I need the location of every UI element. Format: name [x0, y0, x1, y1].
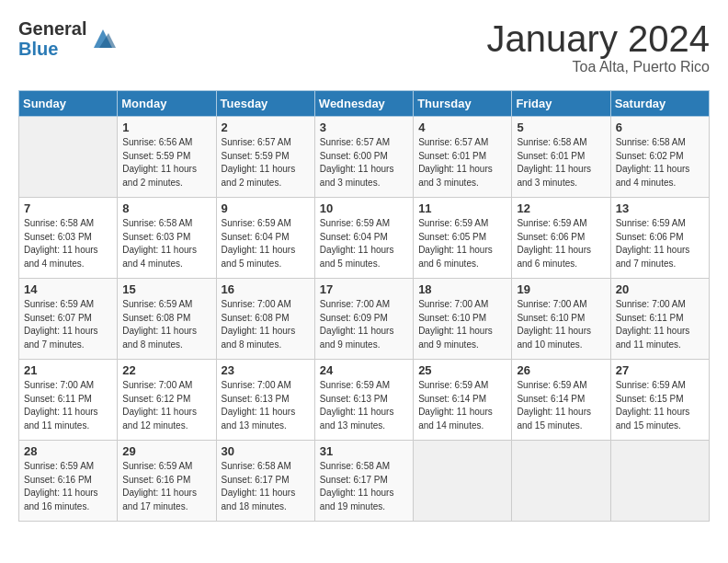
calendar-week-row: 14Sunrise: 6:59 AMSunset: 6:07 PMDayligh…	[19, 279, 710, 360]
day-number: 17	[320, 282, 408, 296]
calendar-cell: 31Sunrise: 6:58 AMSunset: 6:17 PMDayligh…	[314, 441, 413, 522]
day-info: Sunrise: 6:59 AMSunset: 6:04 PMDaylight:…	[320, 217, 408, 270]
day-info: Sunrise: 7:00 AMSunset: 6:13 PMDaylight:…	[222, 379, 310, 432]
calendar-cell	[610, 441, 709, 522]
day-info: Sunrise: 7:00 AMSunset: 6:08 PMDaylight:…	[222, 298, 310, 351]
logo-general-text: General	[18, 18, 86, 39]
calendar-cell: 4Sunrise: 6:57 AMSunset: 6:01 PMDaylight…	[414, 117, 512, 198]
day-info: Sunrise: 6:59 AMSunset: 6:07 PMDaylight:…	[24, 298, 112, 351]
day-of-week-header: Friday	[512, 91, 610, 117]
day-number: 29	[122, 444, 210, 458]
day-info: Sunrise: 6:59 AMSunset: 6:14 PMDaylight:…	[418, 379, 506, 432]
day-number: 16	[222, 282, 310, 296]
day-number: 27	[616, 363, 704, 377]
day-info: Sunrise: 6:58 AMSunset: 6:01 PMDaylight:…	[517, 136, 605, 190]
calendar-cell: 21Sunrise: 7:00 AMSunset: 6:11 PMDayligh…	[19, 360, 118, 441]
calendar-cell: 9Sunrise: 6:59 AMSunset: 6:04 PMDaylight…	[216, 198, 314, 279]
calendar-cell	[19, 117, 118, 198]
day-info: Sunrise: 6:58 AMSunset: 6:03 PMDaylight:…	[122, 217, 210, 270]
day-info: Sunrise: 7:00 AMSunset: 6:12 PMDaylight:…	[122, 379, 210, 432]
calendar-cell: 26Sunrise: 6:59 AMSunset: 6:14 PMDayligh…	[512, 360, 610, 441]
calendar-cell: 28Sunrise: 6:59 AMSunset: 6:16 PMDayligh…	[19, 441, 118, 522]
calendar-cell: 15Sunrise: 6:59 AMSunset: 6:08 PMDayligh…	[118, 279, 216, 360]
calendar-cell: 6Sunrise: 6:58 AMSunset: 6:02 PMDaylight…	[610, 117, 709, 198]
day-number: 18	[418, 282, 506, 296]
calendar-body: 1Sunrise: 6:56 AMSunset: 5:59 PMDaylight…	[19, 117, 710, 522]
calendar-cell: 22Sunrise: 7:00 AMSunset: 6:12 PMDayligh…	[118, 360, 216, 441]
day-info: Sunrise: 7:00 AMSunset: 6:10 PMDaylight:…	[418, 298, 506, 351]
day-number: 7	[24, 201, 112, 215]
calendar-cell: 30Sunrise: 6:58 AMSunset: 6:17 PMDayligh…	[216, 441, 314, 522]
day-info: Sunrise: 6:57 AMSunset: 6:01 PMDaylight:…	[418, 136, 506, 190]
day-info: Sunrise: 6:58 AMSunset: 6:17 PMDaylight:…	[320, 460, 408, 513]
calendar-week-row: 28Sunrise: 6:59 AMSunset: 6:16 PMDayligh…	[19, 441, 710, 522]
calendar-cell: 7Sunrise: 6:58 AMSunset: 6:03 PMDaylight…	[19, 198, 118, 279]
page-header: General Blue January 2024 Toa Alta, Puer…	[18, 18, 710, 75]
day-of-week-header: Monday	[118, 91, 216, 117]
title-block: January 2024 Toa Alta, Puerto Rico	[487, 18, 710, 75]
calendar-cell: 18Sunrise: 7:00 AMSunset: 6:10 PMDayligh…	[414, 279, 512, 360]
day-of-week-header: Saturday	[610, 91, 709, 117]
day-info: Sunrise: 7:00 AMSunset: 6:10 PMDaylight:…	[517, 298, 605, 351]
logo: General Blue	[18, 18, 116, 59]
day-info: Sunrise: 7:00 AMSunset: 6:11 PMDaylight:…	[24, 379, 112, 432]
day-info: Sunrise: 6:59 AMSunset: 6:05 PMDaylight:…	[418, 217, 506, 270]
calendar-cell: 23Sunrise: 7:00 AMSunset: 6:13 PMDayligh…	[216, 360, 314, 441]
day-number: 31	[320, 444, 408, 458]
calendar-header: SundayMondayTuesdayWednesdayThursdayFrid…	[19, 91, 710, 117]
day-info: Sunrise: 6:59 AMSunset: 6:13 PMDaylight:…	[320, 379, 408, 432]
day-number: 1	[122, 121, 210, 134]
calendar-cell: 8Sunrise: 6:58 AMSunset: 6:03 PMDaylight…	[118, 198, 216, 279]
calendar-cell: 19Sunrise: 7:00 AMSunset: 6:10 PMDayligh…	[512, 279, 610, 360]
days-of-week-row: SundayMondayTuesdayWednesdayThursdayFrid…	[19, 91, 710, 117]
day-info: Sunrise: 6:59 AMSunset: 6:06 PMDaylight:…	[616, 217, 704, 270]
calendar-cell: 12Sunrise: 6:59 AMSunset: 6:06 PMDayligh…	[512, 198, 610, 279]
day-of-week-header: Thursday	[414, 91, 512, 117]
day-number: 8	[122, 201, 210, 215]
logo-icon	[90, 26, 116, 52]
calendar-cell: 24Sunrise: 6:59 AMSunset: 6:13 PMDayligh…	[314, 360, 413, 441]
day-info: Sunrise: 6:59 AMSunset: 6:06 PMDaylight:…	[517, 217, 605, 270]
day-number: 3	[320, 121, 408, 134]
day-number: 23	[222, 363, 310, 377]
day-number: 12	[517, 201, 605, 215]
day-number: 9	[222, 201, 310, 215]
day-info: Sunrise: 6:59 AMSunset: 6:16 PMDaylight:…	[24, 460, 112, 513]
calendar-cell: 16Sunrise: 7:00 AMSunset: 6:08 PMDayligh…	[216, 279, 314, 360]
day-number: 6	[616, 121, 704, 134]
calendar-cell: 3Sunrise: 6:57 AMSunset: 6:00 PMDaylight…	[314, 117, 413, 198]
day-of-week-header: Tuesday	[216, 91, 314, 117]
day-info: Sunrise: 6:59 AMSunset: 6:08 PMDaylight:…	[122, 298, 210, 351]
calendar-cell: 27Sunrise: 6:59 AMSunset: 6:15 PMDayligh…	[610, 360, 709, 441]
calendar-cell: 5Sunrise: 6:58 AMSunset: 6:01 PMDaylight…	[512, 117, 610, 198]
calendar-cell: 1Sunrise: 6:56 AMSunset: 5:59 PMDaylight…	[118, 117, 216, 198]
day-info: Sunrise: 6:58 AMSunset: 6:03 PMDaylight:…	[24, 217, 112, 270]
calendar-week-row: 7Sunrise: 6:58 AMSunset: 6:03 PMDaylight…	[19, 198, 710, 279]
calendar-cell: 25Sunrise: 6:59 AMSunset: 6:14 PMDayligh…	[414, 360, 512, 441]
day-info: Sunrise: 6:59 AMSunset: 6:14 PMDaylight:…	[517, 379, 605, 432]
calendar-cell: 17Sunrise: 7:00 AMSunset: 6:09 PMDayligh…	[314, 279, 413, 360]
calendar-table: SundayMondayTuesdayWednesdayThursdayFrid…	[18, 90, 710, 522]
day-number: 11	[418, 201, 506, 215]
calendar-cell	[512, 441, 610, 522]
day-info: Sunrise: 6:58 AMSunset: 6:17 PMDaylight:…	[222, 460, 310, 513]
day-number: 21	[24, 363, 112, 377]
day-info: Sunrise: 6:59 AMSunset: 6:16 PMDaylight:…	[122, 460, 210, 513]
calendar-week-row: 1Sunrise: 6:56 AMSunset: 5:59 PMDaylight…	[19, 117, 710, 198]
day-info: Sunrise: 6:57 AMSunset: 5:59 PMDaylight:…	[222, 136, 310, 190]
day-of-week-header: Sunday	[19, 91, 118, 117]
calendar-cell: 10Sunrise: 6:59 AMSunset: 6:04 PMDayligh…	[314, 198, 413, 279]
day-number: 15	[122, 282, 210, 296]
day-info: Sunrise: 7:00 AMSunset: 6:11 PMDaylight:…	[616, 298, 704, 351]
day-info: Sunrise: 6:59 AMSunset: 6:04 PMDaylight:…	[222, 217, 310, 270]
day-number: 30	[222, 444, 310, 458]
calendar-cell: 14Sunrise: 6:59 AMSunset: 6:07 PMDayligh…	[19, 279, 118, 360]
location-text: Toa Alta, Puerto Rico	[487, 59, 710, 75]
day-info: Sunrise: 6:58 AMSunset: 6:02 PMDaylight:…	[616, 136, 704, 190]
day-info: Sunrise: 6:57 AMSunset: 6:00 PMDaylight:…	[320, 136, 408, 190]
calendar-cell: 29Sunrise: 6:59 AMSunset: 6:16 PMDayligh…	[118, 441, 216, 522]
month-title: January 2024	[487, 18, 710, 59]
calendar-cell: 2Sunrise: 6:57 AMSunset: 5:59 PMDaylight…	[216, 117, 314, 198]
calendar-week-row: 21Sunrise: 7:00 AMSunset: 6:11 PMDayligh…	[19, 360, 710, 441]
day-number: 22	[122, 363, 210, 377]
